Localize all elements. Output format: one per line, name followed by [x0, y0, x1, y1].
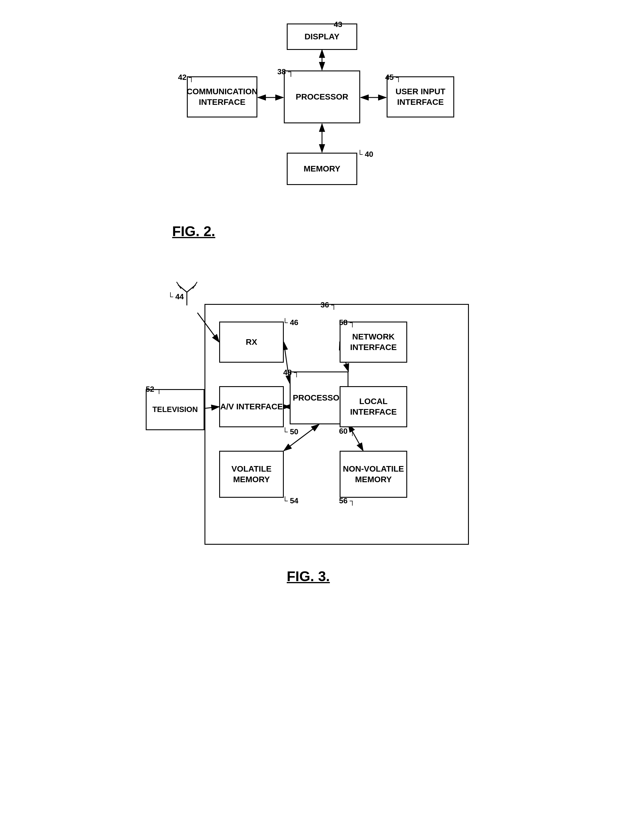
memory-block: MEMORY	[287, 153, 357, 185]
user-block: USER INPUT INTERFACE	[386, 77, 454, 118]
ref-user: 45 ┐	[385, 73, 401, 82]
network-block: NETWORK INTERFACE	[340, 321, 407, 363]
processor-block: PROCESSOR	[284, 70, 360, 123]
television-block: TELEVISION	[146, 389, 204, 430]
comm-block: COMMUNICATION INTERFACE	[187, 77, 258, 118]
av-label: A/V INTERFACE	[220, 401, 283, 412]
comm-label: COMMUNICATION INTERFACE	[187, 86, 258, 108]
ref-local: 60 ┐	[339, 427, 355, 436]
fig2-diagram: DISPLAY 43 PROCESSOR 38 ┐ COMMUNICATION …	[175, 18, 469, 217]
ref-av: └ 50	[282, 427, 299, 436]
user-label: USER INPUT INTERFACE	[396, 86, 445, 108]
volatile-label: VOLATILE MEMORY	[232, 464, 271, 485]
av-block: A/V INTERFACE	[219, 386, 284, 427]
memory-label: MEMORY	[304, 164, 340, 174]
rx-label: RX	[246, 337, 258, 348]
fig3-processor-label: PROCESSOR	[293, 393, 345, 403]
volatile-block: VOLATILE MEMORY	[219, 451, 284, 498]
network-label: NETWORK INTERFACE	[350, 332, 397, 353]
nonvolatile-label: NON-VOLATILE MEMORY	[343, 464, 404, 485]
local-label: LOCAL INTERFACE	[350, 396, 397, 418]
ref-volatile: └ 54	[282, 496, 299, 505]
television-label: TELEVISION	[152, 405, 198, 415]
fig3-container: 36 ┐ └ 44 TELEVISION 52 ┐ RX └ 46 NETWOR…	[146, 274, 498, 584]
svg-line-20	[193, 282, 197, 289]
fig3-caption: FIG. 3.	[287, 568, 498, 584]
ref-network: 58 ┐	[339, 318, 355, 327]
display-label: DISPLAY	[305, 31, 340, 42]
ref-proc: 48 ┐	[283, 368, 299, 377]
display-block: DISPLAY	[287, 23, 357, 50]
ref-antenna: └ 44	[168, 292, 184, 301]
svg-line-19	[176, 282, 181, 289]
rx-block: RX	[219, 321, 284, 363]
ref-nonvolatile: 56 ┐	[339, 496, 355, 505]
ref-display: 43	[334, 20, 342, 29]
ref-comm: 42 ┐	[178, 73, 194, 82]
local-block: LOCAL INTERFACE	[340, 386, 407, 427]
processor-label: PROCESSOR	[296, 92, 348, 102]
ref-tv: 52 ┐	[146, 385, 162, 394]
ref-rx: └ 46	[282, 318, 299, 327]
ref-processor: 38 ┐	[278, 67, 294, 77]
ref-memory: └ 40	[357, 150, 373, 159]
nonvolatile-block: NON-VOLATILE MEMORY	[340, 451, 407, 498]
fig3-diagram: 36 ┐ └ 44 TELEVISION 52 ┐ RX └ 46 NETWOR…	[146, 274, 492, 562]
fig2-container: DISPLAY 43 PROCESSOR 38 ┐ COMMUNICATION …	[160, 18, 484, 239]
fig2-caption: FIG. 2.	[172, 223, 484, 239]
